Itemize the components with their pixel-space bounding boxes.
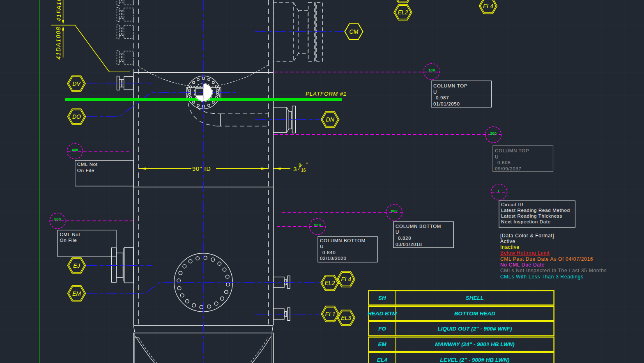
svg-text:Latest Reading Thickness: Latest Reading Thickness (501, 214, 562, 218)
svg-text:CMLs Not Inspected In The Last: CMLs Not Inspected In The Last 35 Months (500, 268, 607, 273)
svg-text:SH: SH (378, 295, 386, 301)
svg-text:No CML Due Date: No CML Due Date (500, 262, 545, 268)
svg-text:Active: Active (500, 239, 515, 244)
svg-text:DO: DO (72, 113, 81, 120)
svg-text:FO: FO (378, 326, 386, 332)
svg-text:0.987: 0.987 (436, 95, 449, 100)
svg-text:PLATFORM #1: PLATFORM #1 (306, 91, 347, 97)
svg-text:0.608: 0.608 (497, 160, 511, 165)
svg-text:U: U (495, 154, 499, 159)
svg-text:Inactive: Inactive (500, 244, 520, 250)
svg-text:LIQUID OUT (2" - 900# WNF): LIQUID OUT (2" - 900# WNF) (437, 326, 512, 332)
svg-text:EM: EM (378, 341, 386, 347)
svg-text:COLUMN BOTTOM: COLUMN BOTTOM (320, 238, 366, 243)
svg-text:COLUMN BOTTOM: COLUMN BOTTOM (396, 224, 441, 229)
svg-text:Next Inspection Date: Next Inspection Date (501, 219, 551, 224)
svg-text:41DA1008: 41DA1008 (55, 26, 62, 60)
svg-text:02/18/2020: 02/18/2020 (320, 256, 347, 261)
svg-text:CMLs With Less Than 3 Readings: CMLs With Less Than 3 Readings (500, 274, 584, 280)
svg-text:": " (306, 162, 308, 167)
svg-text:0.820: 0.820 (398, 236, 411, 241)
svg-text:100: 100 (428, 68, 435, 72)
svg-text:HEAD BTM: HEAD BTM (368, 310, 397, 317)
svg-text:CML Past Due Date As Of 04/07/: CML Past Due Date As Of 04/07/2016 (500, 256, 593, 262)
svg-text:41FA1008: 41FA1008 (55, 0, 62, 21)
svg-text:MANWAY (24" - 900# HB LWN): MANWAY (24" - 900# HB LWN) (435, 341, 515, 347)
svg-text:On File: On File (77, 168, 94, 173)
svg-text:EL2: EL2 (398, 9, 408, 16)
svg-text:U: U (396, 230, 399, 234)
svg-text:DV: DV (72, 80, 81, 87)
svg-text:Latest Reading Read Method: Latest Reading Read Method (501, 208, 570, 213)
svg-text:900: 900 (314, 223, 321, 227)
svg-text:3: 3 (293, 165, 297, 172)
svg-text:002: 002 (391, 209, 398, 213)
svg-text:0.840: 0.840 (322, 250, 336, 255)
svg-text:01/01/2050: 01/01/2050 (433, 101, 460, 106)
svg-text:CML Not: CML Not (77, 162, 98, 167)
svg-text:Below Retiring Limit: Below Retiring Limit (500, 250, 550, 256)
svg-text:SHELL: SHELL (466, 295, 484, 301)
svg-text:L: L (498, 188, 500, 193)
svg-text:COLUMN TOP: COLUMN TOP (433, 83, 467, 88)
svg-text:EL4: EL4 (483, 3, 493, 9)
svg-text:U: U (320, 244, 324, 249)
svg-text:EM: EM (72, 290, 81, 297)
svg-text:EL3: EL3 (341, 315, 351, 321)
svg-text:EL4: EL4 (377, 357, 387, 363)
svg-text:LEVEL (2" - 900# HB LWN): LEVEL (2" - 900# HB LWN) (440, 357, 510, 363)
svg-text:16: 16 (301, 168, 306, 172)
svg-text:400: 400 (71, 147, 78, 152)
svg-text:CM: CM (350, 28, 359, 35)
svg-text:On File: On File (60, 238, 77, 243)
svg-text:EL2: EL2 (325, 280, 335, 286)
svg-text:500: 500 (54, 217, 61, 221)
svg-text:EJ: EJ (73, 262, 80, 269)
svg-text:09/09/2037: 09/09/2037 (495, 166, 522, 171)
svg-text:Circuit ID: Circuit ID (501, 202, 523, 207)
svg-text:U: U (433, 90, 437, 94)
svg-text:BOTTOM HEAD: BOTTOM HEAD (454, 310, 495, 317)
svg-text:03/01/2018: 03/01/2018 (396, 242, 422, 247)
svg-text:200: 200 (490, 131, 497, 136)
svg-text:COLUMN TOP: COLUMN TOP (495, 148, 529, 153)
svg-text:90" ID: 90" ID (192, 165, 211, 172)
svg-text:DN: DN (326, 116, 335, 123)
svg-text:EL4: EL4 (341, 276, 351, 283)
svg-text:CML Not: CML Not (60, 232, 80, 237)
svg-text:EL1: EL1 (325, 311, 336, 317)
svg-text:[Data Color & Format]: [Data Color & Format] (500, 233, 554, 239)
